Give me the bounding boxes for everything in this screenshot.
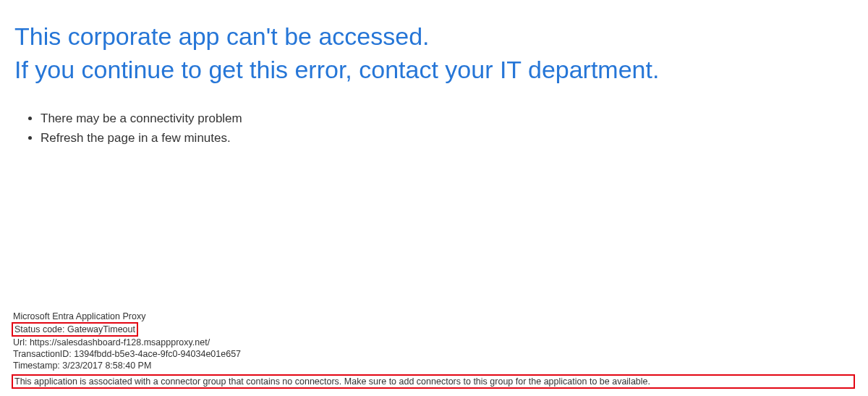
error-message: This application is associated with a co… <box>14 376 650 387</box>
timestamp-line: Timestamp: 3/23/2017 8:58:40 PM <box>13 360 855 371</box>
status-label: Status code: <box>14 324 67 334</box>
status-value: GatewayTimeout <box>67 324 135 334</box>
transaction-value: 1394fbdd-b5e3-4ace-9fc0-94034e01e657 <box>74 349 241 359</box>
transaction-label: TransactionID: <box>13 349 74 359</box>
suggestion-list: There may be a connectivity problem Refr… <box>0 87 868 148</box>
status-code-line: Status code: GatewayTimeout <box>13 322 855 337</box>
suggestion-item: Refresh the page in a few minutes. <box>41 128 854 148</box>
timestamp-value: 3/23/2017 8:58:40 PM <box>62 361 151 371</box>
heading-line1: This corporate app can't be accessed. <box>14 20 854 54</box>
status-highlight: Status code: GatewayTimeout <box>12 322 138 337</box>
product-name: Microsoft Entra Application Proxy <box>13 311 855 322</box>
url-value: https://salesdashboard-f128.msappproxy.n… <box>30 337 210 347</box>
heading-line2: If you continue to get this error, conta… <box>14 54 854 87</box>
url-line: Url: https://salesdashboard-f128.msapppr… <box>13 337 855 348</box>
timestamp-label: Timestamp: <box>13 361 62 371</box>
error-details: Microsoft Entra Application Proxy Status… <box>13 311 855 389</box>
transaction-line: TransactionID: 1394fbdd-b5e3-4ace-9fc0-9… <box>13 348 855 360</box>
error-message-highlight: This application is associated with a co… <box>12 374 855 389</box>
suggestion-item: There may be a connectivity problem <box>41 109 854 128</box>
url-label: Url: <box>13 337 30 347</box>
error-heading: This corporate app can't be accessed. If… <box>0 0 868 87</box>
